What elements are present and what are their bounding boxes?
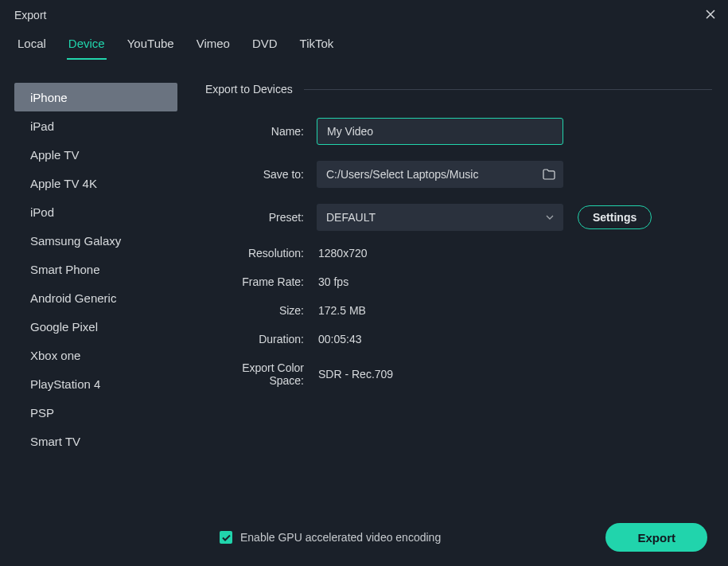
sidebar-item-apple-tv[interactable]: Apple TV (14, 140, 167, 169)
export-button[interactable]: Export (605, 523, 707, 552)
framerate-label: Frame Rate: (205, 275, 317, 288)
duration-label: Duration: (205, 333, 317, 345)
size-value: 172.5 MB (317, 304, 366, 317)
sidebar-item-psp[interactable]: PSP (14, 398, 167, 427)
preset-label: Preset: (205, 211, 317, 224)
sidebar-item-samsung-galaxy[interactable]: Samsung Galaxy (14, 226, 167, 255)
name-input[interactable] (317, 118, 563, 145)
sidebar-item-xbox-one[interactable]: Xbox one (14, 341, 167, 369)
size-label: Size: (205, 304, 317, 317)
tab-youtube[interactable]: YouTube (126, 32, 176, 60)
saveto-value: C:/Users/Select Laptops/Music (326, 168, 478, 181)
sidebar-item-google-pixel[interactable]: Google Pixel (14, 312, 167, 341)
preset-select[interactable]: DEFAULT (317, 204, 563, 231)
tab-dvd[interactable]: DVD (251, 32, 279, 60)
titlebar: Export (0, 0, 728, 27)
duration-value: 00:05:43 (317, 333, 362, 345)
tab-vimeo[interactable]: Vimeo (195, 32, 232, 60)
divider (304, 89, 712, 90)
saveto-label: Save to: (205, 168, 317, 181)
checkbox-box (220, 531, 232, 544)
framerate-value: 30 fps (317, 275, 348, 288)
resolution-label: Resolution: (205, 247, 317, 260)
checkmark-icon (222, 534, 231, 541)
settings-button[interactable]: Settings (578, 205, 652, 229)
section-title: Export to Devices (205, 83, 304, 96)
window-title: Export (14, 9, 46, 21)
sidebar-item-ipad[interactable]: iPad (14, 111, 167, 140)
device-sidebar: iPhone iPad Apple TV Apple TV 4K iPod Sa… (0, 61, 167, 566)
footer: Enable GPU accelerated video encoding Ex… (0, 523, 728, 552)
name-label: Name: (205, 125, 317, 138)
colorspace-value: SDR - Rec.709 (317, 368, 393, 381)
sidebar-item-apple-tv-4k[interactable]: Apple TV 4K (14, 169, 167, 197)
sidebar-item-iphone[interactable]: iPhone (14, 83, 177, 111)
tab-tiktok[interactable]: TikTok (298, 32, 336, 60)
preset-value: DEFAULT (326, 211, 376, 224)
tab-local[interactable]: Local (16, 32, 48, 60)
export-settings-panel: Export to Devices Name: Save to: C:/User… (167, 61, 728, 566)
resolution-value: 1280x720 (317, 247, 368, 260)
sidebar-item-android-generic[interactable]: Android Generic (14, 283, 167, 312)
export-tabs: Local Device YouTube Vimeo DVD TikTok (0, 27, 728, 61)
colorspace-label: Export Color Space: (205, 361, 317, 387)
sidebar-item-smart-phone[interactable]: Smart Phone (14, 255, 167, 283)
close-icon[interactable] (704, 8, 717, 23)
sidebar-item-smart-tv[interactable]: Smart TV (14, 427, 167, 455)
gpu-encoding-checkbox[interactable]: Enable GPU accelerated video encoding (220, 531, 441, 544)
gpu-encoding-label: Enable GPU accelerated video encoding (240, 531, 441, 544)
sidebar-item-playstation-4[interactable]: PlayStation 4 (14, 369, 167, 398)
saveto-path[interactable]: C:/Users/Select Laptops/Music (317, 161, 563, 188)
sidebar-item-ipod[interactable]: iPod (14, 197, 167, 226)
tab-device[interactable]: Device (67, 32, 107, 60)
